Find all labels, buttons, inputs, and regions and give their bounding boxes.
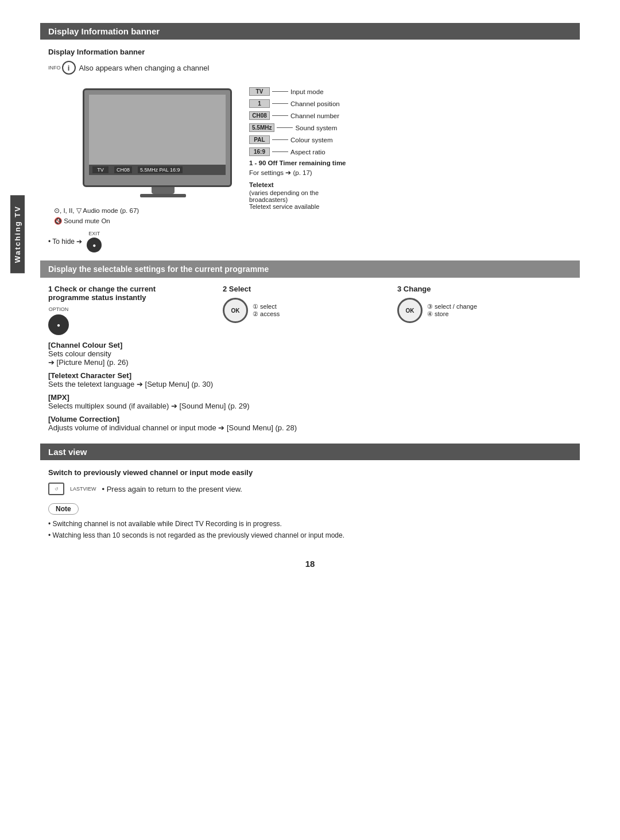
settings-link: For settings ➔ (p. 17)	[249, 169, 346, 177]
timer-line: 1 - 90 Off Timer remaining time	[249, 160, 346, 166]
section1-header: Display Information banner	[40, 23, 580, 40]
tag-tv: TV	[249, 87, 270, 96]
step2: 2 Select OK ① select ② access	[223, 285, 397, 335]
volume-corr-desc: Adjusts volume of individual channel or …	[48, 423, 572, 432]
step3-title: 3 Change	[397, 285, 572, 293]
tv-body: TV CH08 5.5MHz PAL 16:9	[83, 88, 243, 197]
settings-list: [Channel Colour Set] Sets colour density…	[48, 341, 572, 432]
info-note: Also appears when changing a channel	[79, 64, 210, 72]
label-text-channel-number: Channel number	[290, 112, 339, 119]
connector4	[277, 127, 293, 128]
teletext-char-title: [Teletext Character Set]	[48, 371, 572, 380]
section3-header: Last view	[40, 444, 580, 460]
tag-ch08: CH08	[249, 111, 270, 120]
label-sound-system: 5.5MHz Sound system	[249, 123, 346, 132]
teletext-block: Teletext (varies depending on the broadc…	[249, 181, 346, 210]
connector2	[272, 103, 288, 104]
step3: 3 Change OK ③ select / change ④ store	[397, 285, 572, 335]
tag-1: 1	[249, 99, 270, 108]
note-list: • Switching channel is not available whi…	[48, 518, 572, 542]
step3-note1: ③ select / change	[427, 303, 477, 310]
step2-title: 2 Select	[223, 285, 397, 293]
tag-pal: PAL	[249, 135, 270, 144]
mpx-desc: Selects multiplex sound (if available) ➔…	[48, 402, 572, 410]
tv-diagram-area: TV CH08 5.5MHz PAL 16:9 ⊙, I, II, ▽ Audi…	[48, 83, 580, 225]
label-text-sound-system: Sound system	[295, 125, 337, 131]
lastview-icon[interactable]: ↺	[48, 483, 64, 495]
connector3	[272, 115, 288, 116]
channel-colour-set-title: [Channel Colour Set]	[48, 341, 572, 349]
tv-screen-outer: TV CH08 5.5MHz PAL 16:9	[83, 88, 232, 187]
tag-5mhz: 5.5MHz	[249, 123, 274, 132]
press-again-text: • Press again to return to the present v…	[102, 485, 242, 493]
tv-base	[140, 194, 186, 197]
label-colour-system: PAL Colour system	[249, 135, 346, 144]
volume-correction: [Volume Correction] Adjusts volume of in…	[48, 415, 572, 432]
section3: Last view Switch to previously viewed ch…	[40, 444, 580, 542]
step2-note2: ② access	[253, 310, 280, 318]
label-text-colour-system: Colour system	[290, 137, 333, 143]
teletext-desc2: broadcasters)	[249, 196, 346, 203]
tv-stand	[152, 187, 175, 194]
section1-subheader: Display Information banner	[48, 48, 145, 56]
tag-169: 16:9	[249, 147, 270, 156]
tv-banner-info: 5.5MHz PAL 16:9	[138, 166, 183, 173]
label-aspect-ratio: 16:9 Aspect ratio	[249, 147, 346, 156]
tv-left-side: TV CH08 5.5MHz PAL 16:9 ⊙, I, II, ▽ Audi…	[48, 83, 243, 225]
to-hide-row: • To hide ➔ EXIT ●	[48, 231, 580, 252]
switch-title: Switch to previously viewed channel or i…	[48, 468, 253, 477]
tv-right-labels: TV Input mode 1 Channel position CH08 Ch…	[249, 87, 346, 225]
sidebar-label: Watching TV	[10, 195, 25, 273]
step1: 1 Check or change the currentprogramme s…	[48, 285, 223, 335]
teletext-desc1: (varies depending on the	[249, 189, 346, 196]
label-channel-position: 1 Channel position	[249, 99, 346, 108]
exit-label: EXIT	[83, 231, 105, 236]
section2-header: Display the selectable settings for the …	[40, 260, 580, 278]
step1-title-text: Check or change the currentprogramme sta…	[48, 285, 156, 302]
steps-row: 1 Check or change the currentprogramme s…	[48, 285, 572, 335]
channel-colour-set-link: ➔ [Picture Menu] (p. 26)	[48, 358, 572, 367]
teletext-desc3: Teletext service available	[249, 203, 346, 210]
exit-button-icon[interactable]: ●	[87, 238, 102, 252]
channel-colour-set: [Channel Colour Set] Sets colour density…	[48, 341, 572, 367]
mpx-title: [MPX]	[48, 393, 572, 402]
mute-annotation: 🔇 Sound mute On	[54, 217, 243, 225]
ok-button[interactable]: OK	[223, 298, 248, 323]
lastview-row: ↺ LASTVIEW • Press again to return to th…	[48, 483, 572, 495]
connector5	[272, 139, 288, 140]
tv-screen-inner: TV CH08 5.5MHz PAL 16:9	[89, 95, 226, 175]
connector	[272, 91, 288, 92]
teletext-label: Teletext	[249, 181, 346, 188]
label-text-channel-position: Channel position	[290, 100, 340, 107]
change-button[interactable]: OK	[397, 298, 423, 323]
info-row: INFO i Also appears when changing a chan…	[48, 61, 580, 75]
tv-screen-banner: TV CH08 5.5MHz PAL 16:9	[89, 165, 226, 175]
label-input-mode: TV Input mode	[249, 87, 346, 96]
volume-corr-title: [Volume Correction]	[48, 415, 572, 423]
connector6	[272, 151, 288, 152]
note2: • Watching less than 10 seconds is not r…	[48, 530, 572, 541]
lastview-label: LASTVIEW	[70, 486, 96, 492]
mpx-item: [MPX] Selects multiplex sound (if availa…	[48, 393, 572, 410]
step1-title: 1 Check or change the currentprogramme s…	[48, 285, 223, 302]
label-text-input-mode: Input mode	[290, 88, 324, 95]
step3-note2: ④ store	[427, 310, 477, 318]
audio-annotation: ⊙, I, II, ▽ Audio mode (p. 67)	[54, 207, 243, 215]
teletext-char-set: [Teletext Character Set] Sets the telete…	[48, 371, 572, 388]
note1: • Switching channel is not available whi…	[48, 518, 572, 530]
option-label: OPTION	[48, 306, 69, 312]
tv-banner-tv: TV	[92, 166, 108, 173]
label-channel-number: CH08 Channel number	[249, 111, 346, 120]
page-number: 18	[40, 559, 580, 569]
to-hide-text: • To hide ➔	[48, 238, 82, 246]
tv-banner-ch: CH08	[114, 166, 132, 173]
label-text-aspect-ratio: Aspect ratio	[290, 149, 326, 155]
option-button[interactable]: ●	[48, 314, 69, 335]
note-box: Note	[48, 503, 79, 515]
section2: Display the selectable settings for the …	[40, 260, 580, 432]
step2-note1: ① select	[253, 303, 280, 310]
teletext-char-desc: Sets the teletext language ➔ [Setup Menu…	[48, 380, 572, 388]
section1: Display Information banner Display Infor…	[40, 23, 580, 252]
channel-colour-set-desc: Sets colour density	[48, 349, 572, 358]
info-icon: i	[62, 61, 76, 75]
